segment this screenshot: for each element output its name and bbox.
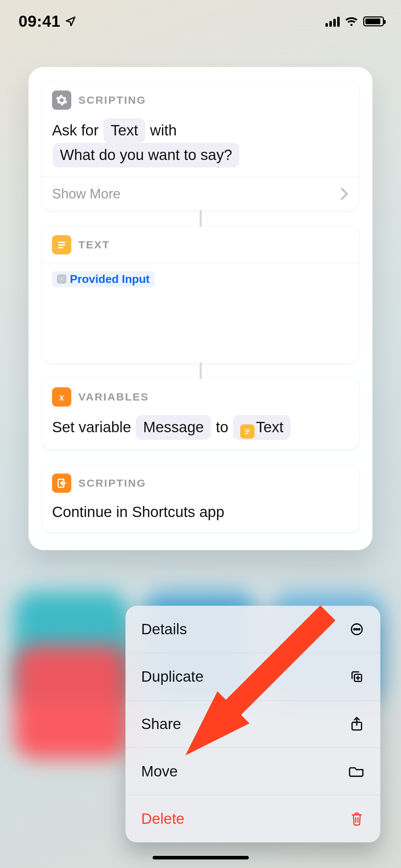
- flow-connector: [200, 362, 202, 379]
- clock-label: 09:41: [19, 12, 61, 31]
- share-icon: [349, 716, 365, 732]
- text-icon: [52, 235, 71, 254]
- action-title: Continue in Shortcuts app: [52, 503, 224, 520]
- menu-item-move[interactable]: Move: [125, 748, 380, 795]
- svg-rect-1: [58, 244, 65, 246]
- show-more-button[interactable]: Show More: [42, 177, 359, 211]
- status-bar: 09:41: [0, 0, 401, 43]
- ellipsis-circle-icon: [349, 622, 365, 636]
- menu-item-delete[interactable]: Delete: [125, 795, 380, 842]
- menu-item-share[interactable]: Share: [125, 701, 380, 748]
- text-segment: Set variable: [52, 419, 131, 435]
- location-icon: [65, 16, 76, 27]
- shortcut-preview-sheet: SCRIPTING Ask for Text with What do you …: [29, 67, 372, 550]
- action-category-label: VARIABLES: [78, 391, 149, 403]
- show-more-label: Show More: [52, 186, 120, 202]
- menu-item-label: Move: [141, 763, 178, 780]
- variable-name: Provided Input: [70, 273, 150, 286]
- duplicate-icon: [349, 670, 365, 684]
- home-indicator[interactable]: [153, 856, 249, 859]
- text-segment: Ask for: [52, 122, 99, 139]
- gear-mini-icon: [57, 274, 66, 284]
- variable-value-label: Text: [256, 419, 283, 435]
- open-app-icon: [52, 474, 71, 493]
- action-category-label: TEXT: [78, 239, 110, 251]
- menu-item-label: Details: [141, 621, 187, 638]
- menu-item-details[interactable]: Details: [125, 606, 380, 653]
- variable-name-token[interactable]: Message: [136, 415, 211, 440]
- ask-type-token[interactable]: Text: [103, 118, 145, 143]
- action-summary: Continue in Shortcuts app: [42, 499, 359, 532]
- folder-icon: [349, 765, 365, 778]
- svg-rect-4: [245, 429, 250, 430]
- action-card-text[interactable]: TEXT Provided Input: [42, 227, 359, 363]
- action-summary: Ask for Text with What do you want to sa…: [42, 116, 359, 177]
- svg-rect-0: [58, 242, 65, 243]
- menu-item-label: Delete: [141, 810, 184, 827]
- action-card-ask-for-input[interactable]: SCRIPTING Ask for Text with What do you …: [42, 82, 359, 211]
- trash-icon: [349, 811, 365, 826]
- text-segment: to: [216, 419, 228, 435]
- gear-icon: [52, 91, 71, 110]
- text-segment: with: [150, 122, 177, 139]
- cellular-icon: [325, 16, 340, 27]
- status-time: 09:41: [19, 12, 76, 31]
- menu-item-duplicate[interactable]: Duplicate: [125, 653, 380, 701]
- menu-item-label: Share: [141, 715, 181, 733]
- menu-item-label: Duplicate: [141, 668, 204, 685]
- variable-value-token[interactable]: Text: [233, 415, 291, 440]
- svg-point-3: [61, 278, 62, 280]
- ask-prompt-token[interactable]: What do you want to say?: [53, 143, 239, 167]
- svg-point-10: [356, 629, 358, 630]
- wifi-icon: [345, 16, 358, 27]
- battery-icon: [363, 16, 384, 26]
- svg-point-9: [354, 629, 355, 630]
- svg-point-11: [359, 629, 360, 630]
- chevron-right-icon: [340, 187, 349, 200]
- flow-connector: [200, 210, 202, 227]
- svg-rect-5: [245, 431, 250, 432]
- action-card-continue-in-app[interactable]: SCRIPTING Continue in Shortcuts app: [42, 465, 359, 532]
- text-action-body[interactable]: Provided Input: [42, 263, 359, 363]
- action-category-label: SCRIPTING: [78, 94, 146, 106]
- svg-rect-6: [245, 433, 248, 434]
- svg-rect-2: [58, 247, 63, 248]
- text-icon: [240, 424, 255, 439]
- context-menu: Details Duplicate Share Move Delete: [125, 606, 380, 842]
- bg-app-blob: [14, 645, 128, 759]
- action-card-set-variable[interactable]: x VARIABLES Set variable Message to Text: [42, 379, 359, 449]
- variable-icon: x: [52, 387, 71, 407]
- action-category-label: SCRIPTING: [78, 477, 146, 489]
- variable-token-provided-input[interactable]: Provided Input: [52, 271, 155, 287]
- action-summary: Set variable Message to Text: [42, 413, 359, 449]
